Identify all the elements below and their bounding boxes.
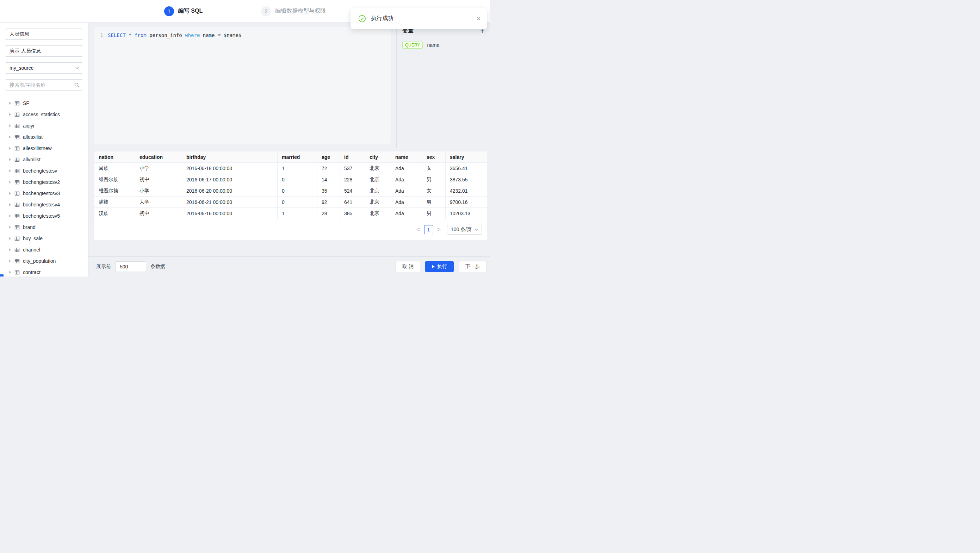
cell: 汉族 bbox=[94, 208, 135, 219]
column-header-sex: sex bbox=[422, 151, 445, 163]
cell: 2016-06-17 00:00:00 bbox=[182, 174, 278, 185]
next-step-button[interactable]: 下一步 bbox=[459, 261, 487, 272]
sql-token: SELECT bbox=[108, 32, 126, 38]
tree-item-SF[interactable]: SF bbox=[5, 98, 83, 109]
current-page[interactable]: 1 bbox=[424, 225, 433, 234]
tree-item-buy_sale[interactable]: buy_sale bbox=[5, 233, 83, 244]
table-icon bbox=[14, 213, 20, 219]
table-name: brand bbox=[23, 224, 36, 230]
results-table: nationeducationbirthdaymarriedageidcityn… bbox=[94, 151, 487, 219]
pagination: < 1 > 100 条/页 bbox=[94, 219, 487, 240]
caret-icon[interactable] bbox=[9, 147, 11, 150]
tree-item-bochengtestcsv4[interactable]: bochengtestcsv4 bbox=[5, 199, 83, 210]
cell: 北京 bbox=[365, 163, 391, 174]
page-size-select[interactable]: 100 条/页 bbox=[447, 225, 482, 235]
tree-item-city_population[interactable]: city_population bbox=[5, 255, 83, 267]
cell: 北京 bbox=[365, 208, 391, 219]
cell: 维吾尔族 bbox=[94, 185, 135, 197]
caret-icon[interactable] bbox=[9, 237, 11, 240]
step-2-label: 编辑数据模型与权限 bbox=[275, 7, 326, 15]
limit-input[interactable] bbox=[115, 261, 146, 272]
cell: 1 bbox=[278, 163, 317, 174]
table-name: bochengtestcsv bbox=[23, 168, 57, 174]
cell: 北京 bbox=[365, 174, 391, 185]
cell: 537 bbox=[340, 163, 365, 174]
cell: 2016-06-21 00:00:00 bbox=[182, 197, 278, 208]
table-name: channel bbox=[23, 247, 40, 253]
variables-panel: 变量 + QUERYname bbox=[396, 23, 490, 148]
datasource-select[interactable]: my_source bbox=[5, 62, 83, 74]
tree-item-channel[interactable]: channel bbox=[5, 244, 83, 255]
tree-item-bochengtestcsv3[interactable]: bochengtestcsv3 bbox=[5, 188, 83, 199]
cell: 维吾尔族 bbox=[94, 174, 135, 185]
cell: 2016-06-20 00:00:00 bbox=[182, 185, 278, 197]
cell: 大学 bbox=[135, 197, 182, 208]
sql-code: SELECT * from person_info where name = $… bbox=[108, 32, 241, 39]
step-connector bbox=[208, 11, 255, 11]
limit-label-suffix: 条数据 bbox=[150, 264, 165, 270]
caret-icon[interactable] bbox=[9, 181, 11, 184]
caret-icon[interactable] bbox=[9, 113, 11, 116]
table-icon bbox=[14, 112, 20, 117]
column-header-nation: nation bbox=[94, 151, 135, 163]
cell: 0 bbox=[278, 185, 317, 197]
table-icon bbox=[14, 168, 20, 174]
cell: 524 bbox=[340, 185, 365, 197]
caret-icon[interactable] bbox=[9, 169, 11, 172]
sql-token: person_info bbox=[146, 32, 185, 38]
cancel-button[interactable]: 取 消 bbox=[396, 261, 420, 272]
table-name: buy_sale bbox=[23, 236, 43, 241]
footer-bar: 展示前 条数据 取 消 执行 下一步 bbox=[88, 256, 490, 276]
caret-icon[interactable] bbox=[9, 271, 11, 274]
tree-item-access_statistics[interactable]: access_statistics bbox=[5, 109, 83, 120]
dataset-name-input[interactable] bbox=[5, 29, 83, 40]
caret-icon[interactable] bbox=[9, 158, 11, 161]
tree-item-bochengtestcsv2[interactable]: bochengtestcsv2 bbox=[5, 176, 83, 188]
dataset-desc-input[interactable] bbox=[5, 45, 83, 57]
tree-item-bochengtestcsv5[interactable]: bochengtestcsv5 bbox=[5, 210, 83, 222]
tree-item-allvmlist[interactable]: allvmlist bbox=[5, 154, 83, 165]
caret-icon[interactable] bbox=[9, 102, 11, 105]
caret-icon[interactable] bbox=[9, 260, 11, 262]
tree-item-allesxilistnew[interactable]: allesxilistnew bbox=[5, 143, 83, 154]
caret-icon[interactable] bbox=[9, 192, 11, 195]
cell: 女 bbox=[422, 163, 445, 174]
table-icon bbox=[14, 236, 20, 241]
sql-editor[interactable]: 1 SELECT * from person_info where name =… bbox=[94, 27, 391, 144]
prev-page-button[interactable]: < bbox=[416, 226, 420, 233]
success-toast: 执行成功 × bbox=[350, 8, 487, 29]
close-icon[interactable]: × bbox=[477, 16, 480, 22]
caret-icon[interactable] bbox=[9, 215, 11, 217]
run-button[interactable]: 执行 bbox=[425, 261, 454, 272]
table-name: access_statistics bbox=[23, 112, 60, 117]
step-2: 2 编辑数据模型与权限 bbox=[261, 6, 326, 16]
tree-item-contract[interactable]: contract bbox=[5, 267, 83, 276]
tree-item-allesxilist[interactable]: allesxilist bbox=[5, 131, 83, 143]
caret-icon[interactable] bbox=[9, 124, 11, 127]
search-box bbox=[5, 79, 83, 91]
cell: 72 bbox=[317, 163, 340, 174]
cell: 0 bbox=[278, 197, 317, 208]
caret-icon[interactable] bbox=[9, 203, 11, 206]
cell: 2016-06-18 00:00:00 bbox=[182, 163, 278, 174]
tree-item-aiqiyi[interactable]: aiqiyi bbox=[5, 120, 83, 131]
caret-icon[interactable] bbox=[9, 248, 11, 251]
table-name: contract bbox=[23, 269, 40, 275]
sql-token: name = $name$ bbox=[200, 32, 241, 38]
tree-item-bochengtestcsv[interactable]: bochengtestcsv bbox=[5, 165, 83, 176]
table-name: city_population bbox=[23, 258, 56, 264]
cell: 初中 bbox=[135, 174, 182, 185]
table-icon bbox=[14, 180, 20, 185]
tree-item-brand[interactable]: brand bbox=[5, 222, 83, 233]
table-name: bochengtestcsv3 bbox=[23, 191, 60, 196]
table-name: bochengtestcsv2 bbox=[23, 179, 60, 185]
table-name: allvmlist bbox=[23, 157, 40, 162]
search-input[interactable] bbox=[5, 79, 83, 91]
cell: 28 bbox=[317, 208, 340, 219]
chevron-down-icon bbox=[474, 227, 479, 232]
scrollbar-thumb[interactable] bbox=[0, 274, 3, 276]
caret-icon[interactable] bbox=[9, 226, 11, 229]
caret-icon[interactable] bbox=[9, 136, 11, 138]
next-page-button[interactable]: > bbox=[437, 226, 441, 233]
column-header-married: married bbox=[278, 151, 317, 163]
